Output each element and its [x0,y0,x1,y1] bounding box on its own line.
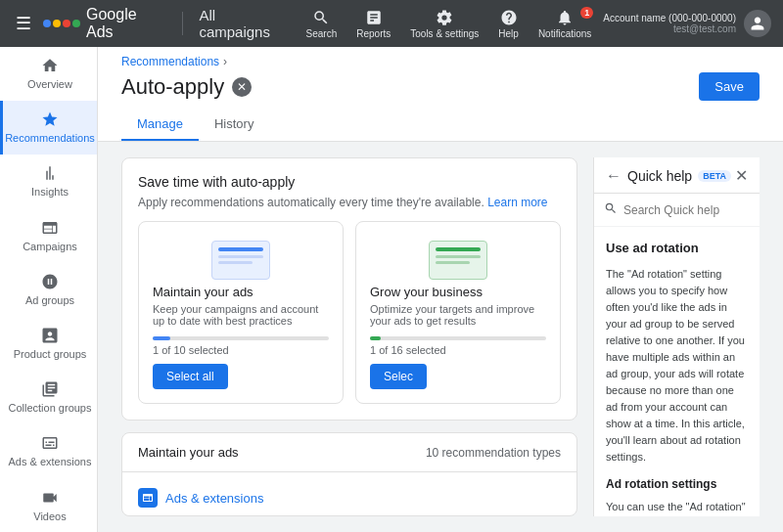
grow-card-desc: Optimize your targets and improve your a… [370,303,546,327]
app-logo: Google Ads [43,6,166,41]
sidebar: Overview Recommendations Insights Campai… [0,47,98,532]
grow-card-img [370,236,546,285]
info-card: Save time with auto-apply Apply recommen… [121,157,577,421]
nav-left: ☰ Google Ads All campaigns [12,6,291,41]
sidebar-item-ads-extensions[interactable]: Ads & extensions [0,424,97,478]
main-content: Recommendations › Auto-apply ✕ Save Mana… [98,47,783,532]
beta-badge: BETA [698,170,731,182]
rec-group-ads: Ads & extensions Add responsive search a… [122,472,576,516]
quick-help-panel: ← Quick help BETA ✕ Use ad rotation The … [593,157,760,516]
qh-header: ← Quick help BETA ✕ [594,157,760,194]
rec-header: Maintain your ads 10 recommendation type… [122,433,576,472]
context-label: All campaigns [199,7,290,40]
notifications-label: Notifications [538,28,591,39]
save-button[interactable]: Save [699,72,760,101]
qh-search-icon [604,201,618,218]
grow-progress-label: 1 of 16 selected [370,344,546,356]
ads-group-icon [138,488,158,508]
page-title-row: Auto-apply ✕ Save [121,72,760,109]
sidebar-item-overview[interactable]: Overview [0,47,97,101]
dot-green [72,20,80,27]
rec-header-title: Maintain your ads [138,445,239,460]
qh-search [594,194,760,227]
page-title: Auto-apply ✕ [121,74,252,100]
maintain-card: Maintain your ads Keep your campaigns an… [138,221,344,404]
page-header: Recommendations › Auto-apply ✕ Save Mana… [98,47,783,142]
grow-progress [370,336,546,340]
sidebar-item-collection-groups[interactable]: Collection groups [0,371,97,424]
dot-blue [43,20,51,27]
account-email: test@test.com [603,23,736,34]
avatar[interactable] [744,10,771,37]
back-icon[interactable]: ← [606,167,622,185]
grow-select-button[interactable]: Selec [370,364,427,389]
qh-content: Use ad rotation The "Ad rotation" settin… [594,227,760,516]
sidebar-item-adgroups[interactable]: Ad groups [0,263,97,317]
tools-nav-label: Tools & settings [410,28,479,39]
close-chip[interactable]: ✕ [232,77,252,97]
ads-group-title: Ads & extensions [165,491,263,506]
sidebar-item-insights[interactable]: Insights [0,155,97,208]
dot-red [63,20,70,27]
sidebar-item-product-groups[interactable]: Product groups [0,317,97,371]
breadcrumb-sep: › [223,55,227,68]
hamburger-icon[interactable]: ☰ [12,9,35,38]
top-navigation: ☰ Google Ads All campaigns Search Report… [0,0,783,47]
nav-right: Search Reports Tools & settings Help 1 N… [299,5,771,43]
notifications-nav-btn[interactable]: 1 Notifications [530,5,599,43]
sidebar-item-campaigns[interactable]: Campaigns [0,209,97,263]
rec-item-responsive: Add responsive search ads Show more rele… [122,515,576,516]
nav-divider [182,12,183,35]
help-nav-btn[interactable]: Help [490,5,527,43]
maintain-progress-label: 1 of 10 selected [153,344,329,356]
breadcrumb: Recommendations › [121,47,760,72]
reports-nav-btn[interactable]: Reports [348,5,398,43]
tabs: Manage History [121,109,760,141]
maintain-progress [153,336,329,340]
qh-sub-title-1: Ad rotation settings [606,475,748,493]
tools-nav-btn[interactable]: Tools & settings [402,5,486,43]
select-all-button[interactable]: Select all [153,364,228,389]
qh-main-body: The "Ad rotation" setting allows you to … [606,266,748,466]
info-card-desc: Apply recommendations automatically ever… [138,196,561,209]
app-body: Overview Recommendations Insights Campai… [0,47,783,532]
reports-nav-label: Reports [356,28,391,39]
account-info[interactable]: Account name (000-000-0000) test@test.co… [603,10,771,37]
qh-title-row: ← Quick help BETA [606,167,731,185]
qh-title: Quick help [627,168,692,184]
app-name: Google Ads [86,6,166,41]
qh-main-title: Use ad rotation [606,239,748,258]
rec-header-count: 10 recommendation types [426,446,561,460]
search-nav-btn[interactable]: Search [299,5,345,43]
qh-search-input[interactable] [623,203,760,217]
tab-history[interactable]: History [199,109,269,141]
close-icon[interactable]: ✕ [735,168,748,184]
qh-sub-body-1: You can use the "Ad rotation" setting in… [606,499,748,516]
dot-yellow [53,20,61,27]
sidebar-item-videos[interactable]: Videos [0,479,97,533]
grow-card: Grow your business Optimize your targets… [355,221,561,404]
grow-card-title: Grow your business [370,285,546,299]
content-area: Save time with auto-apply Apply recommen… [98,142,783,532]
notif-badge: 1 [580,7,593,19]
help-nav-label: Help [498,28,519,39]
cards-row: Maintain your ads Keep your campaigns an… [138,221,561,404]
tab-manage[interactable]: Manage [121,109,199,141]
info-card-title: Save time with auto-apply [138,174,561,190]
info-card-link[interactable]: Learn more [487,196,547,209]
content-main: Save time with auto-apply Apply recommen… [121,157,577,516]
maintain-card-title: Maintain your ads [153,285,329,299]
breadcrumb-item[interactable]: Recommendations [121,55,219,68]
rec-group-ads-header: Ads & extensions [122,480,576,515]
account-name: Account name (000-000-0000) [603,13,736,23]
rec-section: Maintain your ads 10 recommendation type… [121,432,577,516]
maintain-card-img [153,236,329,285]
maintain-card-desc: Keep your campaigns and account up to da… [153,303,329,327]
logo-dots [43,20,80,27]
sidebar-item-recommendations[interactable]: Recommendations [0,101,97,155]
search-nav-label: Search [306,28,338,39]
